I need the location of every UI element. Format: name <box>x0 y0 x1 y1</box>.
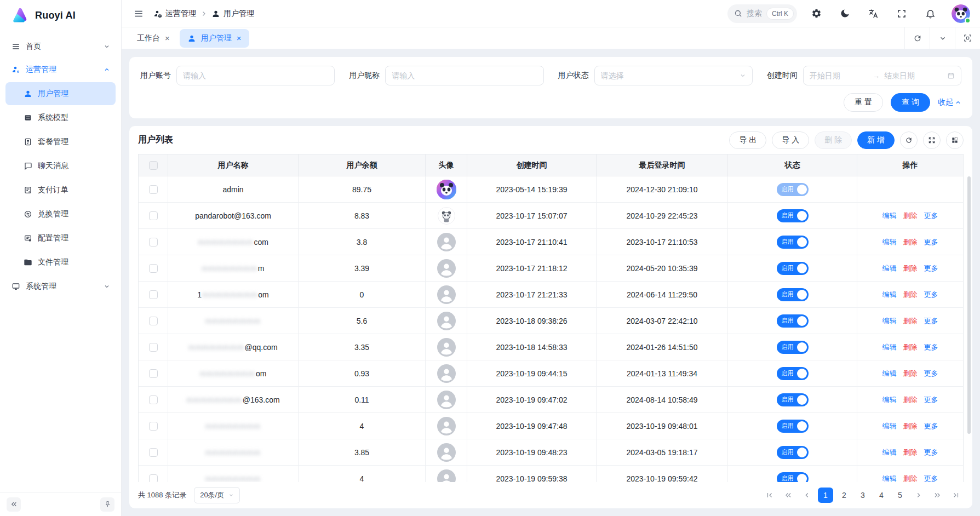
page-1-button[interactable]: 1 <box>818 488 833 503</box>
more-link[interactable]: 更多 <box>924 474 938 483</box>
tab-工作台[interactable]: 工作台× <box>129 29 177 48</box>
sidebar-item-用户管理[interactable]: 用户管理 <box>5 82 116 105</box>
edit-link[interactable]: 编辑 <box>882 448 897 457</box>
status-toggle[interactable]: 启用 <box>777 236 809 249</box>
delete-link[interactable]: 删除 <box>903 316 918 326</box>
status-toggle[interactable]: 启用 <box>777 446 809 459</box>
more-link[interactable]: 更多 <box>924 448 938 457</box>
row-checkbox[interactable] <box>149 448 158 457</box>
delete-link[interactable]: 删除 <box>903 448 918 457</box>
edit-link[interactable]: 编辑 <box>882 421 897 431</box>
jump-forward-button[interactable] <box>930 488 945 503</box>
status-toggle[interactable]: 启用 <box>777 262 809 275</box>
edit-link[interactable]: 编辑 <box>882 237 897 247</box>
edit-link[interactable]: 编辑 <box>882 395 897 405</box>
more-link[interactable]: 更多 <box>924 290 938 300</box>
edit-link[interactable]: 编辑 <box>882 342 897 352</box>
status-toggle[interactable]: 启用 <box>777 288 809 301</box>
row-checkbox[interactable] <box>149 185 158 194</box>
start-date-input[interactable] <box>810 71 868 80</box>
sidebar-item-配置管理[interactable]: 配置管理 <box>5 227 116 250</box>
text-input[interactable] <box>183 71 328 80</box>
status-toggle[interactable]: 启用 <box>777 341 809 354</box>
delete-link[interactable]: 删除 <box>903 290 918 300</box>
fullscreen-button[interactable] <box>892 4 911 23</box>
delete-link[interactable]: 删除 <box>903 395 918 405</box>
user-avatar[interactable] <box>952 4 970 23</box>
first-page-button[interactable] <box>762 488 777 503</box>
content-fullscreen-button[interactable] <box>955 27 980 49</box>
language-button[interactable] <box>864 4 882 23</box>
delete-link[interactable]: 删除 <box>903 474 918 483</box>
page-2-button[interactable]: 2 <box>836 488 852 503</box>
pin-sidebar-button[interactable] <box>100 497 114 512</box>
edit-link[interactable]: 编辑 <box>882 316 897 326</box>
sidebar-item-支付订单[interactable]: 支付订单 <box>5 179 116 202</box>
collapse-filter-link[interactable]: 收起 <box>938 98 961 107</box>
sidebar-item-系统管理[interactable]: 系统管理 <box>5 275 116 298</box>
status-toggle[interactable]: 启用 <box>777 420 809 433</box>
page-3-button[interactable]: 3 <box>855 488 870 503</box>
import-button[interactable]: 导 入 <box>772 131 809 149</box>
status-toggle[interactable]: 启用 <box>777 472 809 483</box>
sidebar-item-文件管理[interactable]: 文件管理 <box>5 251 116 274</box>
notifications-button[interactable] <box>921 4 939 23</box>
row-checkbox[interactable] <box>149 395 158 404</box>
row-checkbox[interactable] <box>149 290 158 299</box>
more-link[interactable]: 更多 <box>924 211 938 221</box>
select-all-checkbox[interactable] <box>149 161 158 170</box>
refresh-table-button[interactable] <box>900 131 918 149</box>
row-checkbox[interactable] <box>149 238 158 246</box>
row-checkbox[interactable] <box>149 343 158 352</box>
delete-link[interactable]: 删除 <box>903 263 918 273</box>
settings-button[interactable] <box>807 4 826 23</box>
filter-daterange[interactable]: → <box>803 66 961 85</box>
close-tab-icon[interactable]: × <box>165 33 170 43</box>
filter-select[interactable] <box>594 66 753 85</box>
column-settings-button[interactable] <box>946 131 964 149</box>
scrollbar-thumb[interactable] <box>967 176 971 434</box>
row-checkbox[interactable] <box>149 422 158 431</box>
delete-link[interactable]: 删除 <box>903 421 918 431</box>
breadcrumb-operations[interactable]: 运营管理 <box>153 9 196 19</box>
sidebar-item-系统模型[interactable]: 系统模型 <box>5 106 116 129</box>
next-page-button[interactable] <box>911 488 926 503</box>
edit-link[interactable]: 编辑 <box>882 211 897 221</box>
tab-用户管理[interactable]: 用户管理× <box>180 29 249 48</box>
global-search[interactable]: 搜索 Ctrl K <box>727 4 797 23</box>
delete-link[interactable]: 删除 <box>903 369 918 379</box>
delete-link[interactable]: 删除 <box>903 211 918 221</box>
last-page-button[interactable] <box>948 488 964 503</box>
more-link[interactable]: 更多 <box>924 421 938 431</box>
previous-page-button[interactable] <box>799 488 815 503</box>
edit-link[interactable]: 编辑 <box>882 369 897 379</box>
more-link[interactable]: 更多 <box>924 316 938 326</box>
row-checkbox[interactable] <box>149 369 158 378</box>
status-toggle[interactable]: 启用 <box>777 314 809 328</box>
status-toggle[interactable]: 启用 <box>777 367 809 380</box>
end-date-input[interactable] <box>884 71 943 80</box>
delete-link[interactable]: 删除 <box>903 237 918 247</box>
delete-button[interactable]: 删 除 <box>815 131 852 149</box>
status-toggle[interactable]: 启用 <box>777 393 809 406</box>
edit-link[interactable]: 编辑 <box>882 290 897 300</box>
reset-button[interactable]: 重 置 <box>844 93 883 112</box>
filter-input[interactable] <box>176 66 335 85</box>
select-value[interactable] <box>601 71 735 80</box>
refresh-page-button[interactable] <box>904 27 930 49</box>
table-scrollbar[interactable] <box>967 176 971 482</box>
jump-back-button[interactable] <box>781 488 796 503</box>
breadcrumb-user-management[interactable]: 用户管理 <box>211 9 254 19</box>
close-tab-icon[interactable]: × <box>237 33 242 43</box>
page-4-button[interactable]: 4 <box>874 488 889 503</box>
add-button[interactable]: 新 增 <box>857 131 895 149</box>
status-toggle[interactable]: 启用 <box>777 209 809 222</box>
row-checkbox[interactable] <box>149 211 158 220</box>
sidebar-item-套餐管理[interactable]: 套餐管理 <box>5 130 116 153</box>
sidebar-item-运营管理[interactable]: 运营管理 <box>5 58 116 81</box>
page-5-button[interactable]: 5 <box>892 488 908 503</box>
more-link[interactable]: 更多 <box>924 342 938 352</box>
page-size-select[interactable]: 20条/页 <box>194 487 240 503</box>
export-button[interactable]: 导 出 <box>729 131 766 149</box>
filter-input[interactable] <box>385 66 543 85</box>
